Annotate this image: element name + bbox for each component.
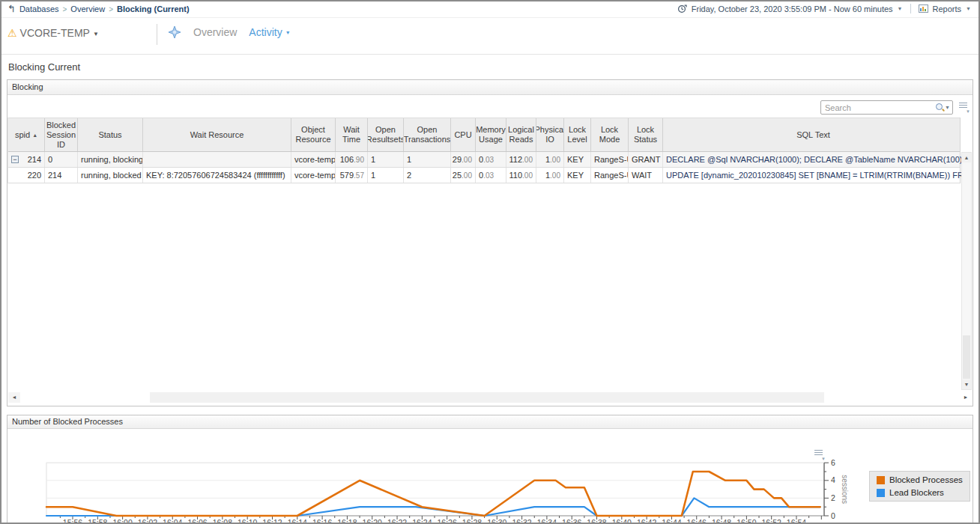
x-axis-tick-label: 15:58 [88,518,107,524]
cell-int-part: 112 [509,155,523,164]
cell-text: vcore-temp [294,155,336,164]
cell-text: WAIT [632,171,652,180]
cell-text: vcore-temp [294,171,336,180]
cell-text: KEY [567,155,584,164]
col-header-open-resultsets[interactable]: Open Resultsets [368,118,404,151]
x-axis-tick-label: 16:12 [262,518,282,524]
cell-dec-part: .03 [483,171,494,180]
search-icon[interactable] [935,103,945,112]
cell-physical-io: 1.00 [536,152,564,167]
x-axis-tick-label: 16:28 [462,518,482,524]
tab-activity-label: Activity [249,26,282,38]
vertical-scrollbar-thumb[interactable] [963,335,970,379]
cell-int-part: 106 [340,155,354,164]
warning-icon: ⚠ [7,28,17,38]
cell-memory-usage: 0.03 [476,168,506,183]
x-axis-tick-label: 16:08 [213,518,232,524]
cell-blocked-session-id: 0 [45,152,78,167]
instance-selector[interactable]: ⚠ VCORE-TEMP ▼ [7,27,99,39]
y-axis-title: sessions [841,475,849,504]
cell-lock-status: GRANT [629,152,663,167]
y-axis-tick-label: 4 [831,475,835,484]
search-input[interactable] [825,103,935,112]
cell-cpu: 29.00 [451,152,476,167]
scroll-up-icon[interactable]: ▲ [962,153,971,162]
sort-asc-icon: ▲ [32,130,37,140]
col-header-lock-level[interactable]: Lock Level [564,118,591,151]
col-header-open-transactions[interactable]: Open Transactions [404,118,451,151]
breadcrumb-item-databases[interactable]: Databases [19,4,59,13]
cell-int-part: 29 [453,155,462,164]
x-axis-tick-label: 16:24 [412,518,432,524]
col-header-wait-time[interactable]: Wait Time [336,118,368,151]
col-header-label: Lock Status [630,125,661,144]
col-header-lock-status[interactable]: Lock Status [629,118,663,151]
reports-caret-icon[interactable]: ▼ [966,6,971,11]
breadcrumb-separator: > [109,5,113,13]
page-title: Blocking Current [8,61,80,73]
x-axis-tick-label: 16:10 [238,518,257,524]
scroll-right-icon[interactable]: ► [960,392,972,403]
list-lines-icon [959,103,967,109]
cell-int-part: 579 [340,171,354,180]
x-axis-tick-label: 16:32 [512,518,531,524]
col-header-logical-reads[interactable]: Logical Reads [506,118,536,151]
cell-object-resource: vcore-temp [291,168,336,183]
col-header-wait-resource[interactable]: Wait Resource [143,118,291,151]
col-header-label: Blocked Session ID [46,121,76,150]
table-row[interactable]: −2140running, blockingvcore-temp106.9011… [8,152,960,168]
col-header-sql-text[interactable]: SQL Text [663,118,964,151]
back-icon[interactable]: ↰ [7,5,16,13]
table-row[interactable]: 220214running, blockedKEY: 8:72057606724… [8,168,960,183]
legend-item-lead-blockers[interactable]: Lead Blockers [877,488,963,497]
cell-int-part: 110 [509,171,523,180]
cell-dec-part: .00 [462,156,472,164]
vertical-scrollbar[interactable]: ▲ ▼ [961,152,972,390]
search-options-caret-icon[interactable]: ▼ [945,105,950,110]
col-header-status[interactable]: Status [78,118,143,151]
legend-swatch [877,476,885,484]
breadcrumb-item-overview[interactable]: Overview [70,4,105,13]
col-header-physical-io[interactable]: Physical IO [536,118,564,151]
cell-text: RangeS-U [594,171,629,180]
col-header-label: Lock Mode [593,125,626,144]
cell-text: 214 [28,155,41,164]
tab-overview[interactable]: Overview [193,26,237,38]
blocked-processes-chart: 15:5615:5816:0016:0216:0416:0616:0816:10… [7,444,973,524]
collapse-row-icon[interactable]: − [11,156,19,163]
legend-label: Blocked Processes [889,475,963,484]
col-header-cpu[interactable]: CPU [451,118,476,151]
divider [157,24,157,45]
cell-text: running, blocking [81,155,143,164]
col-header-object-resource[interactable]: Object Resource [291,118,336,151]
cell-dec-part: .00 [550,171,560,180]
col-header-lock-mode[interactable]: Lock Mode [591,118,629,151]
col-header-spid[interactable]: spid▲ [8,118,45,151]
col-header-blocked-session-id[interactable]: Blocked Session ID [45,118,78,151]
time-range-clock-icon [677,4,687,13]
grid-customizer-icon[interactable]: ▼ [959,103,970,112]
time-range-selector[interactable]: Friday, October 23, 2020 3:55:09 PM - No… [692,4,893,13]
scroll-down-icon[interactable]: ▼ [962,380,971,389]
blocking-table: spid▲Blocked Session IDStatusWait Resour… [7,118,961,183]
scroll-left-icon[interactable]: ◄ [8,392,20,403]
horizontal-scrollbar-thumb[interactable] [150,392,824,403]
blocking-panel-header: Blocking [7,80,973,95]
cell-open-transactions: 2 [404,168,451,183]
time-range-caret-icon[interactable]: ▼ [898,6,903,11]
col-header-memory-usage[interactable]: Memory Usage [476,118,506,151]
tab-activity[interactable]: Activity ▼ [249,26,290,38]
cell-lock-mode: RangeS-U [591,152,629,167]
x-axis-tick-label: 16:40 [612,518,632,524]
cell-dec-part: .00 [462,171,472,180]
x-axis-tick-label: 16:18 [337,518,357,524]
search-box: ▼ [820,100,953,115]
divider [910,4,911,13]
legend-item-blocked-processes[interactable]: Blocked Processes [877,475,963,484]
customizer-caret-icon: ▼ [966,109,970,114]
divider [1,54,979,55]
cell-text: 1 [371,155,375,164]
reports-menu[interactable]: Reports [933,4,962,13]
cell-wait-time: 106.90 [336,152,368,167]
cell-status: running, blocking [78,152,143,167]
